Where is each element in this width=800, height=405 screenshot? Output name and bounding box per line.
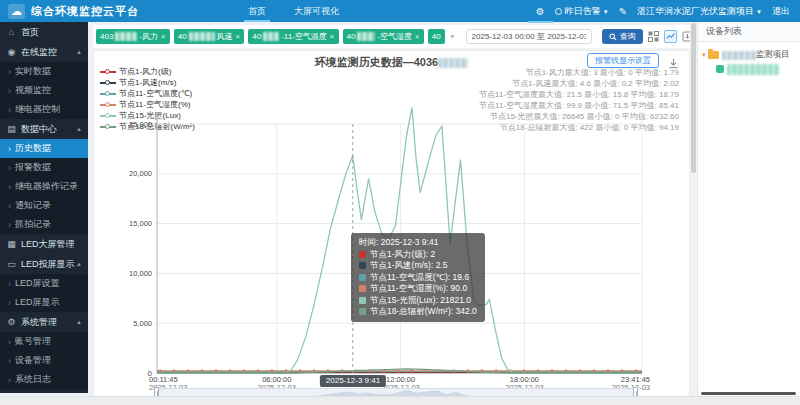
sidebar-item-4[interactable]: ›继电器控制	[0, 100, 88, 119]
tree-device-node[interactable]	[702, 62, 796, 76]
censored-text	[727, 64, 779, 75]
sidebar-item-10[interactable]: ›抓拍记录	[0, 215, 88, 234]
cloud-logo-icon: ☁	[8, 4, 25, 19]
page-horizontal-scrollbar[interactable]	[0, 396, 800, 405]
chevron-right-icon: ›	[8, 201, 11, 211]
svg-text:10,000: 10,000	[129, 269, 152, 278]
sidebar-item-16[interactable]: ›账号管理	[0, 332, 88, 351]
filter-tag-1[interactable]: 40风速×	[174, 29, 245, 44]
close-icon[interactable]: ×	[236, 32, 241, 41]
sidebar-item-0[interactable]: ⌂首页	[0, 22, 88, 42]
alarm-selector[interactable]: 昨日告警▼	[555, 5, 609, 18]
chevron-right-icon: ›	[8, 105, 11, 115]
tree-root-label: 监测项目	[756, 49, 790, 61]
censored-text	[357, 32, 375, 41]
app-root: ☁ 综合环境监控云平台 首页大屏可视化 ⚙ 昨日告警▼ ✎ 湛江华润水泥厂光伏监…	[0, 0, 800, 405]
chevron-right-icon: ›	[8, 67, 11, 77]
svg-text:5,000: 5,000	[133, 319, 152, 328]
top-nav: 首页大屏可视化	[234, 0, 353, 22]
sidebar-item-14[interactable]: ›LED屏显示	[0, 293, 88, 312]
cast-icon: ▭	[6, 259, 17, 269]
filter-tag-3[interactable]: 40-空气湿度×	[343, 29, 424, 44]
tooltip-row-0: 节点1-风力(级): 2	[359, 249, 477, 261]
close-icon[interactable]: ×	[330, 32, 335, 41]
collapse-caret-icon: ▲	[76, 49, 82, 55]
chevron-right-icon: ›	[8, 220, 11, 230]
tooltip-row-4: 节点15-光照(Lux): 21821.0	[359, 295, 477, 307]
series-color-swatch	[359, 308, 366, 315]
logout-button[interactable]: 退出	[772, 5, 790, 18]
chevron-down-icon: ▼	[603, 9, 609, 15]
filter-tag-0[interactable]: 403-风力×	[96, 29, 170, 44]
content-row: ⌂首页◉在线监控▲›实时数据›视频监控›继电器控制▤数据中心▲›历史数据›报警数…	[0, 22, 800, 398]
edit-icon[interactable]: ✎	[619, 6, 627, 17]
gear-icon[interactable]: ⚙	[536, 6, 545, 17]
search-button[interactable]: 查询	[602, 29, 643, 44]
date-range-input[interactable]	[466, 29, 592, 44]
sidebar-item-11[interactable]: ▦LED大屏管理	[0, 234, 88, 254]
top-nav-item-1[interactable]: 大屏可视化	[280, 0, 353, 22]
filter-bar: 403-风力×40风速×40-11-空气温度×40-空气湿度×40▼ 查询	[93, 25, 690, 48]
chevron-right-icon: ›	[8, 375, 11, 385]
censored-text	[263, 32, 279, 41]
top-header: ☁ 综合环境监控云平台 首页大屏可视化 ⚙ 昨日告警▼ ✎ 湛江华润水泥厂光伏监…	[0, 0, 800, 22]
close-icon[interactable]: ×	[415, 32, 420, 41]
series-color-swatch	[359, 274, 366, 281]
censored-text	[189, 32, 215, 41]
led-icon: ▦	[6, 239, 17, 249]
app-title: 综合环境监控云平台	[31, 4, 139, 19]
collapse-caret-icon: ▲	[76, 261, 82, 267]
collapse-caret-icon: ▲	[76, 126, 82, 132]
close-icon[interactable]: ×	[161, 32, 166, 41]
sidebar-item-5[interactable]: ▤数据中心▲	[0, 119, 88, 139]
collapse-caret-icon: ▲	[76, 319, 82, 325]
sidebar-item-9[interactable]: ›通知记录	[0, 196, 88, 215]
home-icon: ⌂	[6, 27, 17, 37]
filter-tag-4[interactable]: 40	[428, 29, 445, 44]
chevron-down-icon[interactable]: ▼	[449, 33, 456, 40]
gear-icon: ⚙	[6, 317, 17, 327]
vertical-scrollbar[interactable]	[690, 22, 697, 386]
chevron-right-icon: ›	[8, 298, 11, 308]
chevron-right-icon: ›	[8, 337, 11, 347]
chart-toolbox	[647, 30, 696, 43]
horizontal-scrollbar[interactable]	[701, 392, 796, 395]
sidebar-item-7[interactable]: ›报警数据	[0, 158, 88, 177]
axis-pointer-label: 2025-12-3 9:41	[320, 375, 386, 387]
data-view-icon[interactable]	[647, 30, 660, 43]
header-right: ⚙ 昨日告警▼ ✎ 湛江华润水泥厂光伏监测项目▼ 退出	[536, 5, 800, 18]
chart-tooltip: 时间: 2025-12-3 9:41 节点1-风力(级): 2节点1-风速(m/…	[351, 233, 485, 322]
history-chart: 05,00010,00015,00020,00025,00000:11:4520…	[94, 51, 696, 399]
project-selector[interactable]: 湛江华润水泥厂光伏监测项目▼	[637, 5, 762, 18]
line-chart-toggle-icon[interactable]	[664, 30, 677, 43]
sidebar-item-2[interactable]: ›实时数据	[0, 62, 88, 81]
chevron-right-icon: ›	[8, 279, 11, 289]
sidebar-item-6[interactable]: ›历史数据	[0, 139, 88, 158]
device-tree: ▾ 监测项目	[698, 42, 800, 82]
sidebar-item-12[interactable]: ▭LED投屏显示▲	[0, 254, 88, 274]
series-color-swatch	[359, 297, 366, 304]
sidebar-item-17[interactable]: ›设备管理	[0, 351, 88, 370]
filter-tag-2[interactable]: 40-11-空气温度×	[248, 29, 338, 44]
sidebar-item-3[interactable]: ›视频监控	[0, 81, 88, 100]
sidebar-item-13[interactable]: ›LED屏设置	[0, 274, 88, 293]
series-color-swatch	[359, 251, 366, 258]
series-color-swatch	[359, 262, 366, 269]
device-panel-title: 设备列表	[698, 22, 800, 42]
tree-expand-icon[interactable]: ▾	[702, 51, 706, 59]
chevron-right-icon: ›	[8, 163, 11, 173]
tree-root-node[interactable]: ▾ 监测项目	[702, 48, 796, 62]
search-icon	[609, 33, 617, 41]
tooltip-row-3: 节点11-空气湿度(%): 90.0	[359, 283, 477, 295]
chevron-right-icon: ›	[8, 356, 11, 366]
top-nav-item-0[interactable]: 首页	[234, 0, 280, 22]
sidebar-item-1[interactable]: ◉在线监控▲	[0, 42, 88, 62]
sidebar-item-18[interactable]: ›系统日志	[0, 370, 88, 389]
svg-text:20,000: 20,000	[129, 169, 152, 178]
tooltip-row-2: 节点11-空气温度(℃): 19.6	[359, 272, 477, 284]
sidebar-item-15[interactable]: ⚙系统管理▲	[0, 312, 88, 332]
device-icon	[716, 65, 724, 73]
sidebar-item-8[interactable]: ›继电器操作记录	[0, 177, 88, 196]
chart-card: 环境监测历史数据—4036 报警线显示设置 节点1-风力(级)节点1-风速(m/…	[93, 50, 690, 398]
data-icon: ▤	[6, 124, 17, 134]
